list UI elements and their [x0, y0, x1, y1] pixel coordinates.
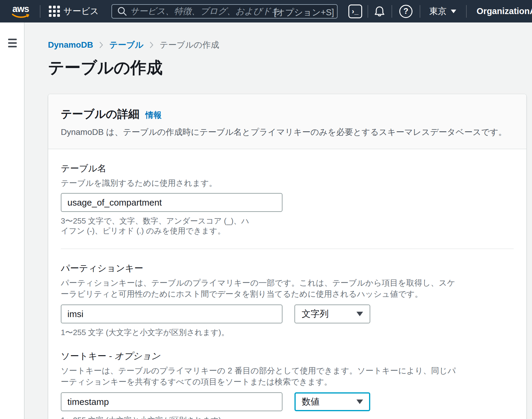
services-grid-icon[interactable] — [49, 6, 60, 17]
nav-divider — [420, 5, 420, 18]
region-selector[interactable]: 東京 — [429, 5, 456, 17]
partition-key-constraint: 1〜255 文字 (大文字と小文字が区別されます)。 — [61, 328, 256, 337]
chevron-right-icon — [149, 41, 154, 49]
card-header: テーブルの詳細 情報 DynamoDB は、テーブルの作成時にテーブル名とプライ… — [48, 94, 526, 149]
account-menu[interactable]: OrganizationAcco — [477, 6, 532, 16]
sort-key-optional-label: - オプション — [109, 351, 160, 361]
main-content: DynamoDB テーブル テーブルの作成 テーブルの作成 テーブルの詳細 情報… — [25, 22, 532, 419]
aws-smile-icon — [12, 13, 30, 18]
sort-key-input[interactable] — [61, 392, 282, 411]
card-body: テーブル名 テーブルを識別するために使用されます。 3〜255 文字で、文字、数… — [48, 149, 526, 419]
table-name-help: テーブルを識別するために使用されます。 — [61, 178, 462, 189]
aws-logo-text: aws — [12, 4, 29, 13]
chevron-right-icon — [99, 41, 103, 49]
section-divider — [61, 248, 514, 249]
caret-down-icon — [356, 312, 363, 316]
card-description: DynamoDB は、テーブルの作成時にテーブル名とプライマリキーのみを必要とす… — [61, 126, 514, 138]
table-name-label: テーブル名 — [61, 162, 514, 175]
card-title: テーブルの詳細 — [61, 107, 139, 122]
services-menu-label[interactable]: サービス — [64, 5, 99, 17]
cloudshell-icon[interactable]: ›_ — [348, 4, 362, 18]
nav-divider — [466, 5, 467, 18]
table-name-input[interactable] — [61, 193, 282, 212]
sort-key-type-value: 数値 — [302, 396, 320, 408]
sort-key-help: ソートキーは、テーブルのプライマリキーの 2 番目の部分として使用できます。ソー… — [61, 365, 462, 388]
table-name-field: テーブル名 テーブルを識別するために使用されます。 3〜255 文字で、文字、数… — [61, 162, 514, 236]
partition-key-field: パーティションキー パーティションキーは、テーブルのプライマリキーの一部です。こ… — [61, 262, 514, 337]
region-label: 東京 — [429, 5, 447, 17]
nav-divider — [368, 5, 368, 18]
page-title: テーブルの作成 — [48, 58, 527, 77]
sort-key-field: ソートキー - オプション ソートキーは、テーブルのプライマリキーの 2 番目の… — [61, 350, 514, 419]
partition-key-help: パーティションキーは、テーブルのプライマリキーの一部です。これは、テーブルから項… — [61, 278, 462, 300]
global-search-box[interactable]: [オプション+S] — [111, 4, 338, 19]
table-details-card: テーブルの詳細 情報 DynamoDB は、テーブルの作成時にテーブル名とプライ… — [48, 94, 527, 419]
sort-key-type-select[interactable]: 数値 — [294, 392, 370, 411]
partition-key-type-value: 文字列 — [302, 308, 329, 320]
partition-key-input[interactable] — [61, 305, 282, 323]
breadcrumb-link-dynamodb[interactable]: DynamoDB — [48, 40, 93, 50]
side-navigation-rail — [0, 22, 25, 419]
nav-divider — [392, 5, 392, 18]
partition-key-type-select[interactable]: 文字列 — [294, 305, 370, 323]
sort-key-constraint: 1〜255 文字 (大文字と小文字が区別されます)。 — [61, 415, 256, 419]
breadcrumb-current: テーブルの作成 — [160, 39, 219, 51]
partition-key-label: パーティションキー — [61, 262, 514, 275]
nav-divider — [40, 5, 40, 18]
sort-key-label: ソートキー - オプション — [61, 350, 514, 362]
menu-hamburger-icon[interactable] — [8, 39, 24, 47]
breadcrumb-link-tables[interactable]: テーブル — [109, 39, 143, 51]
caret-down-icon — [356, 400, 363, 404]
notifications-bell-icon[interactable] — [374, 6, 385, 17]
table-name-constraint: 3〜255 文字で、文字、数字、アンダースコア (_)、ハイフン (-)、ピリオ… — [61, 216, 256, 236]
caret-down-icon — [451, 10, 456, 13]
info-link[interactable]: 情報 — [145, 110, 161, 120]
top-navigation-bar: aws サービス [オプション+S] ›_ ? 東京 OrganizationA… — [0, 0, 532, 22]
help-icon[interactable]: ? — [399, 5, 412, 18]
aws-logo[interactable]: aws — [11, 4, 30, 18]
search-input[interactable] — [128, 6, 337, 16]
breadcrumb: DynamoDB テーブル テーブルの作成 — [48, 39, 527, 51]
search-icon — [117, 6, 128, 17]
